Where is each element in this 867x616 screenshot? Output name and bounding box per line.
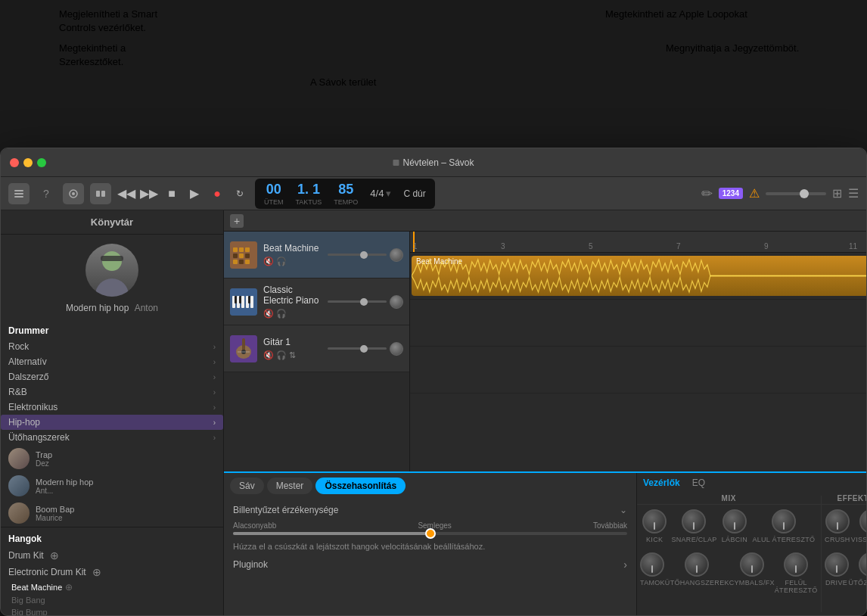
- headphone-button-piano[interactable]: 🎧: [276, 309, 287, 319]
- minimize-button[interactable]: [23, 158, 33, 167]
- tab-mester[interactable]: Mester: [267, 478, 313, 494]
- genre-item-rock[interactable]: Rock ›: [1, 339, 223, 354]
- track-knob-guitar[interactable]: [390, 342, 403, 356]
- genre-item-hiphop[interactable]: Hip-hop ›: [1, 415, 223, 430]
- drummer-boombap[interactable]: Boom Bap Maurice: [1, 499, 223, 527]
- knob-tamok-label: TAMOK: [640, 579, 665, 586]
- smart-controls-content: Billentyűzet érzékenysége ⌄ Alacsonyabb …: [224, 499, 636, 615]
- headphone-button-beat-machine[interactable]: 🎧: [276, 257, 287, 266]
- knob-snareclap-control[interactable]: [682, 509, 706, 534]
- main-content: Könyvtár Modern hip hop Anton Drum: [1, 210, 866, 615]
- genre-item-dalszerzo[interactable]: Dalszerző ›: [1, 369, 223, 384]
- drummer-trap[interactable]: Trap Dez: [1, 445, 223, 472]
- track-guitar[interactable]: Gitár 1 🔇 🎧 ⇅: [224, 325, 409, 372]
- waveform-row-beat-machine[interactable]: Beat Machine // Will be rendered as stat…: [410, 253, 867, 300]
- fast-forward-button[interactable]: ▶▶: [140, 185, 158, 203]
- svg-rect-1: [14, 193, 23, 194]
- tab-osszehasonlitas[interactable]: Összehasonlítás: [315, 478, 406, 494]
- waveform-row-guitar[interactable]: [410, 347, 867, 394]
- sound-type-electronic-drumkit[interactable]: Electronic Drum Kit ⊕: [1, 564, 223, 580]
- svg-rect-20: [241, 296, 244, 308]
- svg-rect-5: [96, 191, 100, 197]
- tab-vezerlok[interactable]: Vezérlők: [643, 478, 680, 488]
- toolbar: ? ◀◀ ▶▶ ■ ▶ ● ↻ 00 ÜTEM 1. 1 TAKTUS: [1, 177, 866, 210]
- track-icon-guitar: [230, 335, 257, 362]
- library-panel: Könyvtár Modern hip hop Anton Drum: [1, 210, 224, 615]
- editors-button[interactable]: [90, 183, 111, 204]
- library-toggle-button[interactable]: [8, 183, 30, 204]
- svg-rect-11: [233, 254, 238, 258]
- loops-button[interactable]: ⊞: [832, 186, 842, 201]
- apple-loops-callout: Megtekintheti az Apple Loopokat: [605, 8, 747, 21]
- waveform-row-piano[interactable]: [410, 300, 867, 347]
- svg-rect-23: [235, 296, 237, 303]
- drummer-hiphop[interactable]: Modern hip hop Ant...: [1, 472, 223, 499]
- avatar: [85, 244, 138, 297]
- knob-felul-control[interactable]: [784, 552, 808, 577]
- mute-button-piano[interactable]: 🔇: [263, 309, 274, 319]
- mute-button-beat-machine[interactable]: 🔇: [263, 257, 274, 266]
- keyboard-sensitivity-row[interactable]: Billentyűzet érzékenysége ⌄: [233, 505, 627, 515]
- knob-cymbalsfx-control[interactable]: [740, 552, 764, 577]
- tab-eq[interactable]: EQ: [692, 478, 705, 488]
- stop-button[interactable]: ■: [163, 185, 181, 203]
- knob-utozengés-control[interactable]: [859, 552, 867, 577]
- add-track-button[interactable]: +: [230, 214, 244, 228]
- cycle-button[interactable]: ↻: [231, 185, 249, 203]
- tab-sav[interactable]: Sáv: [230, 478, 264, 494]
- knob-drive-label: DRIVE: [825, 579, 847, 586]
- ruler-mark-5: 5: [589, 242, 593, 250]
- plugins-row[interactable]: Pluginok ›: [233, 558, 627, 571]
- sound-beat-machine[interactable]: Beat Machine ⊕: [1, 580, 223, 594]
- genre-item-elektronikus[interactable]: Elektronikus ›: [1, 400, 223, 415]
- genre-item-utohangszerek[interactable]: Ütőhangszerek ›: [1, 430, 223, 445]
- knob-drive-control[interactable]: [825, 552, 849, 577]
- knob-snareclap-label: SNARE/CLAP: [671, 536, 716, 543]
- genre-item-alternativ[interactable]: Alternatív ›: [1, 354, 223, 369]
- play-button[interactable]: ▶: [185, 185, 204, 203]
- sound-type-drumkit[interactable]: Drum Kit ⊕: [1, 547, 223, 564]
- track-classic-piano[interactable]: Classic Electric Piano 🔇 🎧: [224, 278, 409, 325]
- svg-rect-6: [101, 191, 105, 197]
- record-button[interactable]: ●: [208, 185, 226, 203]
- knob-utohangszerek-control[interactable]: [685, 552, 709, 577]
- taktus-label: TAKTUS: [296, 198, 322, 206]
- extra-button-guitar[interactable]: ⇅: [289, 350, 296, 360]
- close-button[interactable]: [10, 158, 19, 167]
- time-signature[interactable]: 4/4 ▾: [370, 188, 391, 199]
- drummer-list: Trap Dez Modern hip hop Ant...: [1, 445, 223, 527]
- master-volume-slider[interactable]: [766, 192, 826, 195]
- notepad-button[interactable]: ☰: [848, 186, 859, 201]
- sound-big-bump[interactable]: Big Bump: [1, 606, 223, 616]
- toolbar-right: ✏ 1234 ⚠ ⊞ ☰: [701, 185, 859, 202]
- knob-tamok-control[interactable]: [640, 552, 664, 577]
- tracks-container: Beat Machine 🔇 🎧: [224, 232, 867, 471]
- track-controls-guitar: 🔇 🎧 ⇅: [263, 350, 322, 360]
- fullscreen-button[interactable]: [37, 158, 46, 167]
- sounds-section: Hangok Drum Kit ⊕ Electronic Drum Kit ⊕ …: [1, 527, 223, 616]
- knob-alul-control[interactable]: [772, 509, 796, 534]
- knob-labcin-control[interactable]: [722, 509, 747, 534]
- mix-header: MIX: [637, 493, 821, 505]
- help-button[interactable]: ?: [36, 183, 57, 204]
- smart-controls-button[interactable]: [63, 183, 84, 204]
- sound-big-bang[interactable]: Big Bang: [1, 594, 223, 606]
- knob-visszhang-control[interactable]: [859, 509, 867, 534]
- track-knob-piano[interactable]: [390, 295, 403, 309]
- key-display[interactable]: C dúr: [403, 188, 425, 199]
- knob-crush-control[interactable]: [825, 509, 850, 534]
- headphone-button-guitar[interactable]: 🎧: [276, 350, 287, 360]
- sensitivity-slider[interactable]: [233, 532, 627, 535]
- knob-cymbalsfx: CYMBALS/FX: [729, 552, 775, 594]
- knob-kick-control[interactable]: [642, 509, 667, 534]
- genre-item-rnb[interactable]: R&B ›: [1, 384, 223, 400]
- tempo-value[interactable]: 85: [334, 182, 358, 198]
- utem-label: ÜTEM: [264, 198, 284, 206]
- position-value: 00: [264, 182, 284, 198]
- rewind-button[interactable]: ◀◀: [117, 185, 135, 203]
- mute-button-guitar[interactable]: 🔇: [263, 350, 274, 360]
- track-knob-beat-machine[interactable]: [390, 248, 403, 262]
- svg-rect-0: [14, 190, 23, 191]
- track-beat-machine[interactable]: Beat Machine 🔇 🎧: [224, 232, 409, 278]
- pencil-button[interactable]: ✏: [701, 185, 713, 202]
